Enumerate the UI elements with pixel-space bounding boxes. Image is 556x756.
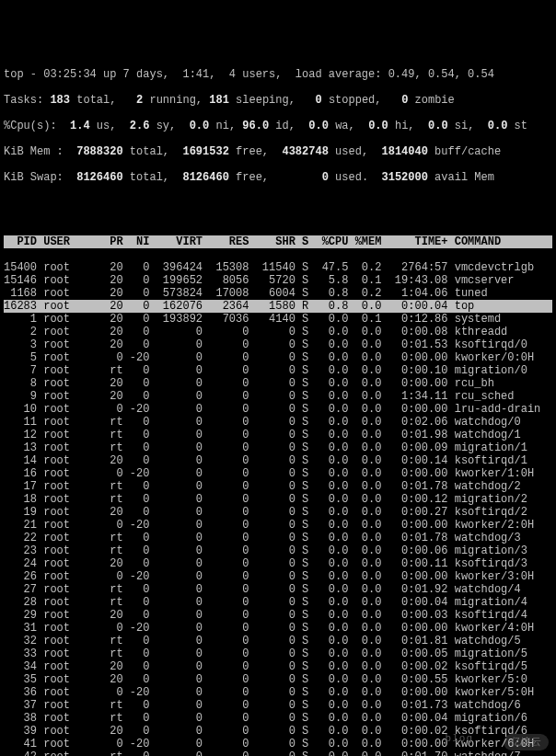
process-row[interactable]: 8 root 20 0 0 0 0 S 0.0 0.0 0:00.00 rcu_… — [4, 377, 552, 390]
blank-line — [4, 210, 552, 223]
process-row[interactable]: 34 root 20 0 0 0 0 S 0.0 0.0 0:00.02 kso… — [4, 660, 552, 673]
process-row[interactable]: 31 root 0 -20 0 0 0 S 0.0 0.0 0:00.00 kw… — [4, 622, 552, 635]
process-row[interactable]: 21 root 0 -20 0 0 0 S 0.0 0.0 0:00.00 kw… — [4, 519, 552, 532]
process-row[interactable]: 9 root 20 0 0 0 0 S 0.0 0.0 1:34.11 rcu_… — [4, 390, 552, 403]
faded-watermark: blog — [446, 732, 473, 745]
top-summary: top - 03:25:34 up 7 days, 1:41, 4 users,… — [4, 55, 552, 197]
process-row[interactable]: 28 root rt 0 0 0 0 S 0.0 0.0 0:00.04 mig… — [4, 596, 552, 609]
process-row[interactable]: 22 root rt 0 0 0 0 S 0.0 0.0 0:01.78 wat… — [4, 532, 552, 544]
process-row[interactable]: 19 root 20 0 0 0 0 S 0.0 0.0 0:00.27 kso… — [4, 506, 552, 519]
process-row[interactable]: 11 root rt 0 0 0 0 S 0.0 0.0 0:02.06 wat… — [4, 416, 552, 429]
process-row[interactable]: 37 root rt 0 0 0 0 S 0.0 0.0 0:01.73 wat… — [4, 699, 552, 712]
process-row[interactable]: 29 root 20 0 0 0 0 S 0.0 0.0 0:00.03 kso… — [4, 609, 552, 622]
process-row[interactable]: 18 root rt 0 0 0 0 S 0.0 0.0 0:00.12 mig… — [4, 493, 552, 506]
summary-line-1: top - 03:25:34 up 7 days, 1:41, 4 users,… — [4, 68, 552, 81]
process-row[interactable]: 3 root 20 0 0 0 0 S 0.0 0.0 0:01.53 ksof… — [4, 338, 552, 351]
process-row[interactable]: 38 root rt 0 0 0 0 S 0.0 0.0 0:00.04 mig… — [4, 712, 552, 725]
process-row[interactable]: 7 root rt 0 0 0 0 S 0.0 0.0 0:00.10 migr… — [4, 364, 552, 377]
process-row[interactable]: 1168 root 20 0 573824 17008 6004 S 0.8 0… — [4, 287, 552, 300]
summary-line-5: KiB Swap: 8126460 total, 8126460 free, 0… — [4, 171, 552, 184]
process-row[interactable]: 14 root 20 0 0 0 0 S 0.0 0.0 0:00.14 kso… — [4, 454, 552, 467]
process-row[interactable]: 32 root rt 0 0 0 0 S 0.0 0.0 0:01.81 wat… — [4, 635, 552, 647]
process-row[interactable]: 35 root 20 0 0 0 0 S 0.0 0.0 0:00.55 kwo… — [4, 673, 552, 686]
process-row[interactable]: 24 root 20 0 0 0 0 S 0.0 0.0 0:00.11 kso… — [4, 557, 552, 570]
summary-line-2: Tasks: 183 total, 2 running, 181 sleepin… — [4, 94, 552, 107]
watermark-badge: 亿速云 — [504, 734, 549, 750]
summary-line-3: %Cpu(s): 1.4 us, 2.6 sy, 0.0 ni, 96.0 id… — [4, 120, 552, 132]
process-row[interactable]: 26 root 0 -20 0 0 0 S 0.0 0.0 0:00.00 kw… — [4, 570, 552, 583]
process-row[interactable]: 15400 root 20 0 396424 15308 11540 S 47.… — [4, 261, 552, 274]
process-row[interactable]: 2 root 20 0 0 0 0 S 0.0 0.0 0:00.08 kthr… — [4, 326, 552, 338]
process-row[interactable]: 5 root 0 -20 0 0 0 S 0.0 0.0 0:00.00 kwo… — [4, 351, 552, 364]
process-row[interactable]: 13 root rt 0 0 0 0 S 0.0 0.0 0:00.09 mig… — [4, 441, 552, 454]
process-row[interactable]: 1 root 20 0 193892 7036 4140 S 0.0 0.1 0… — [4, 313, 552, 326]
process-row[interactable]: 23 root rt 0 0 0 0 S 0.0 0.0 0:00.06 mig… — [4, 544, 552, 557]
process-row[interactable]: 17 root rt 0 0 0 0 S 0.0 0.0 0:01.78 wat… — [4, 480, 552, 493]
process-row[interactable]: 16 root 0 -20 0 0 0 S 0.0 0.0 0:00.00 kw… — [4, 467, 552, 480]
process-row[interactable]: 15146 root 20 0 199652 8056 5720 S 5.8 0… — [4, 274, 552, 287]
column-header: PID USER PR NI VIRT RES SHR S %CPU %MEM … — [4, 235, 552, 248]
process-row[interactable]: 42 root rt 0 0 0 0 S 0.0 0.0 0:01.70 wat… — [4, 750, 552, 756]
process-row[interactable]: 10 root 0 -20 0 0 0 S 0.0 0.0 0:00.00 lr… — [4, 403, 552, 416]
process-row[interactable]: 12 root rt 0 0 0 0 S 0.0 0.0 0:01.98 wat… — [4, 429, 552, 441]
process-list[interactable]: 15400 root 20 0 396424 15308 11540 S 47.… — [4, 261, 552, 756]
process-row[interactable]: 33 root rt 0 0 0 0 S 0.0 0.0 0:00.05 mig… — [4, 647, 552, 660]
process-row[interactable]: 27 root rt 0 0 0 0 S 0.0 0.0 0:01.92 wat… — [4, 583, 552, 596]
summary-line-4: KiB Mem : 7888320 total, 1691532 free, 4… — [4, 145, 552, 158]
process-row[interactable]: 36 root 0 -20 0 0 0 S 0.0 0.0 0:00.00 kw… — [4, 686, 552, 699]
process-row[interactable]: 16283 root 20 0 162076 2364 1580 R 0.8 0… — [4, 300, 552, 313]
